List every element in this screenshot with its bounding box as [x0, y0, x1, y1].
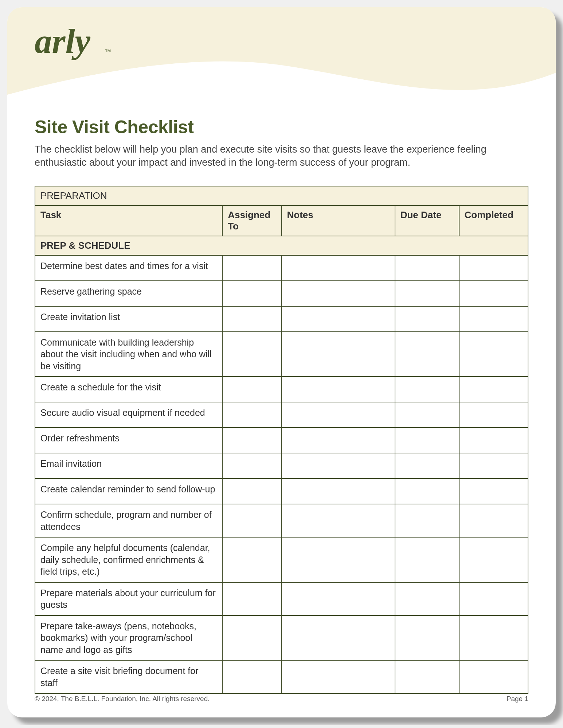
cell-notes	[282, 504, 395, 537]
table-row: Order refreshments	[35, 428, 528, 453]
cell-due	[395, 255, 459, 281]
brand-logo-tm: ™	[105, 48, 111, 55]
cell-assigned	[222, 582, 281, 615]
table-row: Create calendar reminder to send follow-…	[35, 479, 528, 504]
col-header-completed: Completed	[459, 205, 528, 236]
cell-task: Create a schedule for the visit	[35, 377, 222, 402]
cell-notes	[282, 615, 395, 661]
table-row: Create a schedule for the visit	[35, 377, 528, 402]
cell-due	[395, 582, 459, 615]
footer-copyright: © 2024, The B.E.L.L. Foundation, Inc. Al…	[35, 695, 210, 703]
table-subsection-row: PREP & SCHEDULE	[35, 236, 528, 255]
cell-due	[395, 428, 459, 453]
cell-notes	[282, 479, 395, 504]
cell-notes	[282, 402, 395, 428]
table-section-row: PREPARATION	[35, 186, 528, 205]
cell-notes	[282, 332, 395, 377]
cell-due	[395, 537, 459, 582]
document-page: arly ™ Site Visit Checklist The checklis…	[7, 7, 556, 717]
col-header-due: Due Date	[395, 205, 459, 236]
cell-due	[395, 402, 459, 428]
page-title: Site Visit Checklist	[35, 117, 528, 138]
cell-due	[395, 615, 459, 661]
table-row: Confirm schedule, program and number of …	[35, 504, 528, 537]
footer-page-number: Page 1	[507, 695, 528, 703]
cell-task: Confirm schedule, program and number of …	[35, 504, 222, 537]
cell-notes	[282, 582, 395, 615]
table-row: Email invitation	[35, 453, 528, 479]
cell-task: Communicate with building leadership abo…	[35, 332, 222, 377]
intro-paragraph: The checklist below will help you plan a…	[35, 143, 528, 169]
table-row: Compile any helpful documents (calendar,…	[35, 537, 528, 582]
cell-completed	[459, 428, 528, 453]
cell-notes	[282, 255, 395, 281]
cell-completed	[459, 377, 528, 402]
cell-task: Secure audio visual equipment if needed	[35, 402, 222, 428]
cell-task: Order refreshments	[35, 428, 222, 453]
col-header-task: Task	[35, 205, 222, 236]
cell-assigned	[222, 402, 281, 428]
cell-completed	[459, 306, 528, 332]
cell-completed	[459, 615, 528, 661]
table-subsection-label: PREP & SCHEDULE	[35, 236, 528, 255]
table-row: Secure audio visual equipment if needed	[35, 402, 528, 428]
cell-completed	[459, 479, 528, 504]
cell-notes	[282, 428, 395, 453]
table-row: Create invitation list	[35, 306, 528, 332]
table-row: Create a site visit briefing document fo…	[35, 660, 528, 693]
cell-notes	[282, 377, 395, 402]
table-header-row: Task Assigned To Notes Due Date Complete…	[35, 205, 528, 236]
cell-task: Determine best dates and times for a vis…	[35, 255, 222, 281]
cell-assigned	[222, 660, 281, 693]
cell-due	[395, 660, 459, 693]
cell-due	[395, 453, 459, 479]
col-header-assigned: Assigned To	[222, 205, 281, 236]
cell-notes	[282, 306, 395, 332]
cell-completed	[459, 660, 528, 693]
cell-completed	[459, 504, 528, 537]
cell-task: Email invitation	[35, 453, 222, 479]
cell-assigned	[222, 504, 281, 537]
cell-assigned	[222, 306, 281, 332]
cell-completed	[459, 453, 528, 479]
cell-assigned	[222, 332, 281, 377]
cell-due	[395, 281, 459, 306]
cell-task: Compile any helpful documents (calendar,…	[35, 537, 222, 582]
checklist-table: PREPARATION Task Assigned To Notes Due D…	[35, 186, 528, 694]
page-footer: © 2024, The B.E.L.L. Foundation, Inc. Al…	[35, 695, 528, 703]
cell-completed	[459, 537, 528, 582]
cell-notes	[282, 453, 395, 479]
table-row: Determine best dates and times for a vis…	[35, 255, 528, 281]
table-row: Communicate with building leadership abo…	[35, 332, 528, 377]
cell-assigned	[222, 281, 281, 306]
cell-assigned	[222, 453, 281, 479]
cell-notes	[282, 660, 395, 693]
cell-assigned	[222, 479, 281, 504]
table-row: Prepare materials about your curriculum …	[35, 582, 528, 615]
brand-logo-text: arly	[35, 22, 91, 60]
table-row: Prepare take-aways (pens, notebooks, boo…	[35, 615, 528, 661]
cell-assigned	[222, 615, 281, 661]
cell-task: Create calendar reminder to send follow-…	[35, 479, 222, 504]
cell-task: Create invitation list	[35, 306, 222, 332]
content-area: Site Visit Checklist The checklist below…	[35, 117, 528, 694]
cell-assigned	[222, 428, 281, 453]
cell-completed	[459, 332, 528, 377]
cell-task: Prepare take-aways (pens, notebooks, boo…	[35, 615, 222, 661]
table-row: Reserve gathering space	[35, 281, 528, 306]
cell-completed	[459, 402, 528, 428]
col-header-notes: Notes	[282, 205, 395, 236]
cell-task: Create a site visit briefing document fo…	[35, 660, 222, 693]
cell-notes	[282, 281, 395, 306]
cell-completed	[459, 582, 528, 615]
cell-due	[395, 479, 459, 504]
cell-due	[395, 306, 459, 332]
brand-logo: arly ™	[35, 18, 115, 69]
cell-notes	[282, 537, 395, 582]
table-section-label: PREPARATION	[35, 186, 528, 205]
cell-assigned	[222, 537, 281, 582]
cell-task: Prepare materials about your curriculum …	[35, 582, 222, 615]
cell-task: Reserve gathering space	[35, 281, 222, 306]
cell-completed	[459, 255, 528, 281]
cell-assigned	[222, 255, 281, 281]
